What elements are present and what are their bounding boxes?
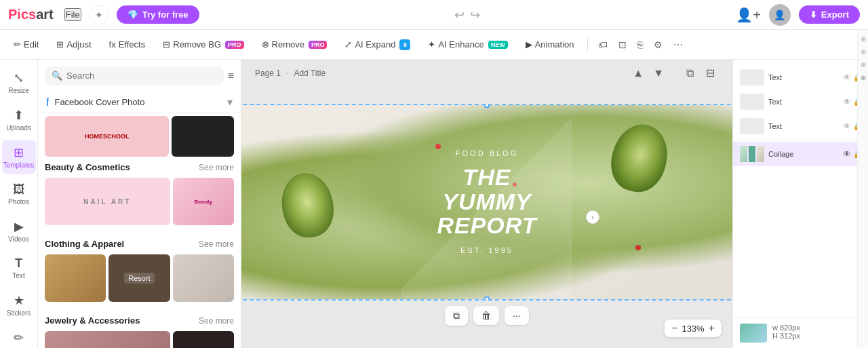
canvas-content: FOOD BLOG THE YUMMY REPORT EST. 1995 — [241, 104, 732, 331]
angel-jewelers-template[interactable]: ANGELJEWELERS — [45, 331, 170, 348]
page-actions: ▲ ▼ ⧉ ⊟ — [629, 65, 719, 81]
page-label: Page 1 — [255, 69, 281, 78]
undo-redo-controls: ↩ ↪ — [454, 7, 480, 22]
layer-action-4[interactable]: ⊕ — [861, 74, 866, 81]
page-nav-down[interactable]: ▼ — [649, 65, 668, 81]
copy-icon[interactable]: ⎘ — [634, 36, 646, 54]
toolbar-separator — [587, 38, 588, 52]
settings-icon[interactable]: ⚙ — [650, 36, 666, 54]
zoom-controls: − 133% + — [665, 320, 722, 337]
layer-label-collage: Collage — [768, 150, 839, 158]
clothing-template-1[interactable] — [45, 254, 106, 302]
topbar-center: ↩ ↪ — [208, 7, 728, 22]
ai-enhance-tool[interactable]: ✦ AI Enhance NEW — [421, 36, 514, 53]
page-nav-up[interactable]: ▲ — [629, 65, 648, 81]
export-button[interactable]: ⬇ Export — [799, 5, 860, 24]
resize-icon: ⤡ — [14, 71, 24, 85]
sidebar-item-resize[interactable]: ⤡ Resize — [2, 65, 36, 100]
animation-tool[interactable]: ▶ Animation — [519, 36, 581, 53]
search-box[interactable]: 🔍 — [45, 66, 224, 85]
try-free-button[interactable]: 💎 Try for free — [117, 5, 199, 24]
sidebar-item-text[interactable]: T Text — [2, 251, 36, 285]
layer-2-visibility[interactable]: 👁 — [843, 97, 851, 107]
clothing-category-header: Clothing & Apparel See more — [45, 239, 234, 249]
layer-item-text-3[interactable]: Text 👁 🔒 — [733, 114, 868, 138]
nail-art-template[interactable]: NAIL ART — [45, 178, 170, 225]
undo-button[interactable]: ↩ — [454, 7, 465, 22]
canvas-more-button[interactable]: ··· — [505, 306, 529, 325]
template-thumb-dark[interactable] — [172, 116, 234, 157]
jewelry-dark-template[interactable] — [173, 331, 234, 348]
format-selector[interactable]: f Facebook Cover Photo ▾ — [38, 92, 241, 113]
layer-item-text-2[interactable]: Text 👁 🔒 — [733, 90, 868, 114]
jewelry-category-header: Jewelry & Accessories See more — [45, 315, 234, 326]
sidebar-item-templates[interactable]: ⊞ Templates — [2, 140, 36, 174]
layer-3-visibility[interactable]: 👁 — [843, 121, 851, 131]
zoom-in-button[interactable]: + — [709, 322, 715, 334]
delete-page-button[interactable]: ⊟ — [702, 65, 719, 81]
jewelry-see-more[interactable]: See more — [199, 316, 234, 326]
more-options-icon[interactable]: ⋯ — [670, 36, 686, 54]
facebook-icon: f — [46, 96, 49, 109]
layer-4-visibility[interactable]: 👁 — [843, 149, 851, 159]
zoom-level: 133% — [682, 324, 704, 334]
clothing-see-more[interactable]: See more — [199, 239, 234, 249]
crop-icon[interactable]: ⊡ — [615, 36, 630, 54]
sidebar-item-videos[interactable]: ▶ Videos — [2, 214, 36, 248]
tag-icon[interactable]: 🏷 — [595, 36, 611, 54]
zoom-out-button[interactable]: − — [671, 322, 677, 334]
sidebar-item-draw[interactable]: ✏ — [2, 325, 36, 348]
remove-tool[interactable]: ⊗ Remove PRO — [255, 36, 334, 53]
adjust-tool[interactable]: ⊞ Adjust — [50, 36, 98, 53]
add-collaborator-icon[interactable]: 👤+ — [736, 7, 761, 23]
remove-icon: ⊗ — [262, 39, 269, 50]
canvas-center-panel: FOOD BLOG THE YUMMY REPORT EST. 1995 — [401, 105, 572, 299]
ai-expand-tool[interactable]: ⤢ AI Expand 6 — [338, 36, 417, 54]
canvas-delete-button[interactable]: 🗑 — [473, 306, 499, 325]
filter-button[interactable]: ≡ — [228, 70, 234, 82]
layer-item-collage[interactable]: Collage 👁 🔒 — [733, 142, 868, 166]
right-panel-collapse[interactable]: › — [586, 210, 599, 224]
layer-thumb-collage — [740, 146, 764, 162]
remove-bg-badge: PRO — [225, 41, 244, 49]
sidebar-item-photos[interactable]: 🖼 Photos — [2, 177, 36, 211]
ai-tools-icon[interactable]: ✦ — [90, 5, 108, 24]
clothing-template-3[interactable] — [173, 254, 234, 302]
canvas-bottom-bar: ⧉ 🗑 ··· — [241, 301, 732, 331]
effects-tool[interactable]: fx Effects — [102, 36, 153, 53]
sidebar-item-stickers[interactable]: ★ Stickers — [2, 288, 36, 322]
resort-template[interactable]: Resort — [108, 254, 170, 302]
duplicate-page-button[interactable]: ⧉ — [682, 65, 698, 81]
beauty-small-template[interactable]: Beauty — [173, 178, 234, 225]
food-title: THE YUMMY REPORT — [437, 166, 536, 238]
file-menu[interactable]: File — [64, 8, 81, 21]
chevron-down-icon: ▾ — [227, 96, 233, 109]
layer-action-3[interactable]: ⊕ — [861, 61, 866, 69]
uploads-icon: ⬆ — [14, 108, 24, 123]
search-input[interactable] — [66, 71, 217, 81]
beauty-template-grid: NAIL ART Beauty — [45, 178, 234, 225]
sidebar-item-uploads[interactable]: ⬆ Uploads — [2, 102, 36, 137]
main-content: ⤡ Resize ⬆ Uploads ⊞ Templates 🖼 Photos … — [0, 60, 868, 348]
width-info: w 820px — [772, 324, 800, 332]
topbar: Picsart File ✦ 💎 Try for free ↩ ↪ 👤+ 👤 ⬇… — [0, 0, 868, 30]
layer-divider — [733, 140, 868, 140]
add-title-button[interactable]: Add Title — [294, 69, 326, 78]
canvas[interactable]: FOOD BLOG THE YUMMY REPORT EST. 1995 — [241, 104, 732, 301]
page-nav-controls: ▲ ▼ — [629, 65, 668, 81]
canvas-area: Page 1 · Add Title ▲ ▼ ⧉ ⊟ — [241, 60, 732, 348]
template-thumb-homeschool[interactable]: HOMESCHOOL — [45, 116, 169, 157]
edit-tool[interactable]: ✏ Edit — [7, 36, 45, 53]
layer-1-visibility[interactable]: 👁 — [843, 73, 851, 82]
canvas-duplicate-button[interactable]: ⧉ — [445, 306, 468, 326]
remove-bg-icon: ⊟ — [163, 39, 170, 50]
layer-actions-column: ⊕ ⊕ ⊕ ⊕ — [857, 60, 868, 348]
ai-expand-badge: 6 — [399, 39, 410, 50]
beauty-see-more[interactable]: See more — [199, 163, 234, 172]
stickers-icon: ★ — [14, 293, 24, 308]
redo-button[interactable]: ↪ — [470, 7, 480, 22]
page-separator: · — [286, 69, 288, 78]
user-avatar[interactable]: 👤 — [769, 4, 791, 26]
layer-item-text-1[interactable]: Text 👁 🔒 — [733, 65, 868, 90]
remove-bg-tool[interactable]: ⊟ Remove BG PRO — [156, 36, 250, 53]
